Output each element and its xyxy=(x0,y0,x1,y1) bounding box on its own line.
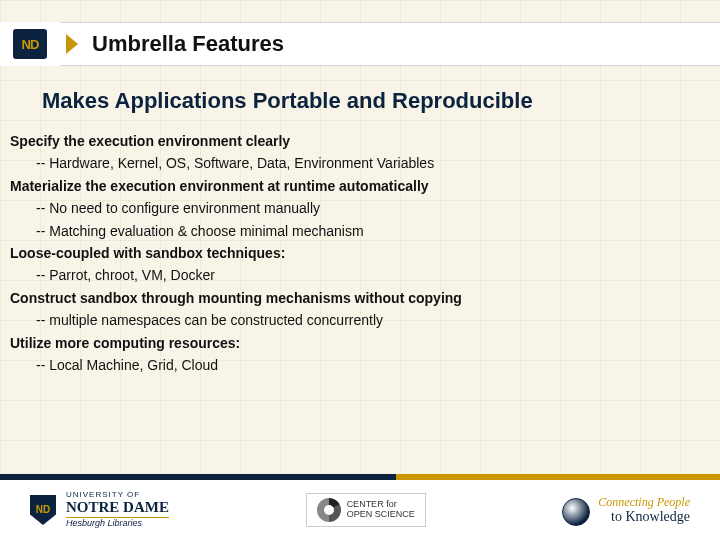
section-heading: Utilize more computing resources: xyxy=(10,332,700,354)
footer-connect-line2: to Knowledge xyxy=(598,509,690,524)
cos-logo-icon xyxy=(317,498,341,522)
footer: ND UNIVERSITY OF NOTRE DAME Hesburgh Lib… xyxy=(0,480,720,540)
nd-monogram-icon: ND xyxy=(13,29,47,59)
slide-title: Umbrella Features xyxy=(92,31,284,57)
slide-body: Specify the execution environment clearl… xyxy=(10,130,700,376)
section-heading: Materialize the execution environment at… xyxy=(10,175,700,197)
section-point: -- multiple namespaces can be constructe… xyxy=(10,309,700,331)
globe-icon xyxy=(562,498,590,526)
title-bar: ND Umbrella Features xyxy=(0,22,720,66)
chevron-right-icon xyxy=(66,34,78,54)
slide-subtitle: Makes Applications Portable and Reproduc… xyxy=(42,88,533,114)
section-point: -- Parrot, chroot, VM, Docker xyxy=(10,264,700,286)
footer-nd-line3: Hesburgh Libraries xyxy=(66,517,169,528)
section-point: -- Hardware, Kernel, OS, Software, Data,… xyxy=(10,152,700,174)
section-heading: Specify the execution environment clearl… xyxy=(10,130,700,152)
footer-cos-line2: OPEN SCIENCE xyxy=(347,510,415,520)
section-heading: Construct sandbox through mounting mecha… xyxy=(10,287,700,309)
footer-connect-line1: Connecting People xyxy=(598,496,690,509)
nd-logo: ND xyxy=(0,22,60,66)
section-point: -- Local Machine, Grid, Cloud xyxy=(10,354,700,376)
section-heading: Loose-coupled with sandbox techniques: xyxy=(10,242,700,264)
section-point: -- No need to configure environment manu… xyxy=(10,197,700,219)
shield-icon: ND xyxy=(30,495,56,525)
section-point: -- Matching evaluation & choose minimal … xyxy=(10,220,700,242)
footer-connect-block: Connecting People to Knowledge xyxy=(562,496,690,525)
footer-cos-text: CENTER for OPEN SCIENCE xyxy=(347,500,415,520)
footer-nd-text: UNIVERSITY OF NOTRE DAME Hesburgh Librar… xyxy=(66,491,169,529)
footer-cos-block: CENTER for OPEN SCIENCE xyxy=(306,493,426,527)
footer-nd-line2: NOTRE DAME xyxy=(66,500,169,516)
footer-nd-block: ND UNIVERSITY OF NOTRE DAME Hesburgh Lib… xyxy=(30,491,169,529)
